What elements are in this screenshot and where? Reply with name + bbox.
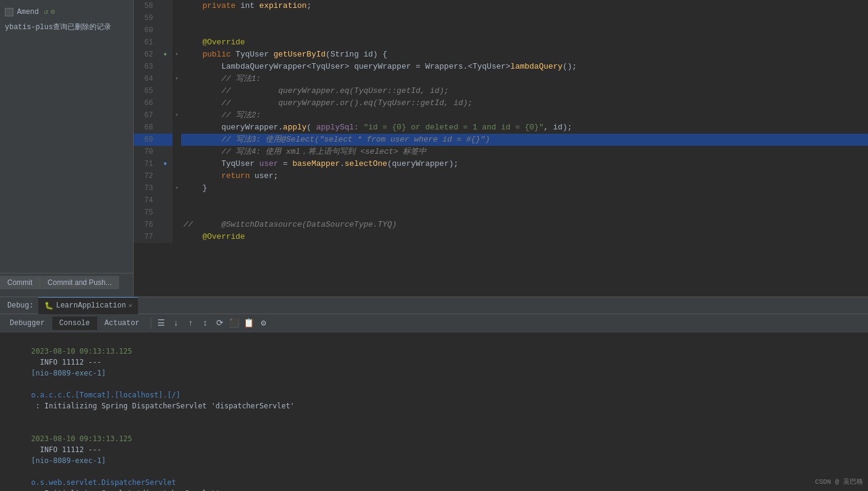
line-number-75: 75 <box>134 207 158 219</box>
left-sidebar: Amend ↺ ⚙ ybatis-plus查询已删除的记录 Commit Com… <box>0 0 134 297</box>
line-fold-72 <box>173 170 181 182</box>
line-gutter-61 <box>158 36 173 49</box>
line-fold-74 <box>173 194 181 207</box>
line-number-64: 64 <box>134 73 158 85</box>
code-line-60: 60 <box>134 24 868 36</box>
line-number-58: 58 <box>134 0 158 12</box>
line-content-71: TyqUser user = baseMapper.selectOne(quer… <box>181 158 868 170</box>
line-gutter-63 <box>158 61 173 73</box>
commit-buttons: Commit Commit and Push... <box>0 273 133 292</box>
toolbar-btn-up[interactable]: ↑ <box>184 317 197 330</box>
history-icon[interactable]: ↺ <box>44 7 48 16</box>
console-tab[interactable]: Console <box>52 317 97 330</box>
line-fold-77 <box>173 231 181 243</box>
code-line-67: 67 ▾ // 写法2: <box>134 109 868 122</box>
line-content-75 <box>181 207 868 219</box>
line-number-73: 73 <box>134 182 158 194</box>
commit-button[interactable]: Commit <box>0 276 40 289</box>
debug-tabbar: Debug: 🐛 LearnApplication ✕ <box>0 297 868 314</box>
line-content-66: // queryWrapper.or().eq(TyqUser::getId, … <box>181 97 868 109</box>
actuator-tab[interactable]: Actuator <box>97 317 147 330</box>
line-gutter-66 <box>158 97 173 109</box>
line-gutter-58 <box>158 0 173 12</box>
toolbar-btn-7[interactable]: ⚙ <box>257 317 270 330</box>
line-gutter-62: ● <box>158 49 173 61</box>
code-line-68: 68 queryWrapper.apply( applySql: "id = {… <box>134 122 868 134</box>
line-fold-71 <box>173 158 181 170</box>
line-fold-64: ▾ <box>173 73 181 85</box>
line-content-70: // 写法4: 使用 xml，将上语句写到 <select> 标签中 <box>181 146 868 158</box>
code-line-64: 64 ▾ // 写法1: <box>134 73 868 85</box>
line-gutter-72 <box>158 170 173 182</box>
line-content-64: // 写法1: <box>181 73 868 85</box>
code-line-58: 58 private int expiration; <box>134 0 868 12</box>
bottom-panel: Debug: 🐛 LearnApplication ✕ Debugger Con… <box>0 297 868 491</box>
console-output[interactable]: 2023-08-10 09:13:13.125 INFO 11112 --- [… <box>0 332 868 491</box>
line-number-77: 77 <box>134 231 158 243</box>
debug-toolbar: Debugger Console Actuator ☰ ↓ ↑ ↕ ⟳ ⬛ 📋 … <box>0 314 868 332</box>
line-number-68: 68 <box>134 122 158 134</box>
line-fold-69 <box>173 134 181 146</box>
breakpoint-icon[interactable]: ● <box>163 158 167 170</box>
debug-tab-learn[interactable]: 🐛 LearnApplication ✕ <box>38 297 138 314</box>
code-line-59: 59 <box>134 12 868 24</box>
line-content-72: return user; <box>181 170 868 182</box>
line-gutter-59 <box>158 12 173 24</box>
line-fold-76 <box>173 219 181 231</box>
toolbar-btn-3[interactable]: ↕ <box>199 317 212 330</box>
line-number-70: 70 <box>134 146 158 158</box>
line-gutter-65 <box>158 85 173 97</box>
code-line-75: 75 <box>134 207 868 219</box>
line-number-61: 61 <box>134 36 158 49</box>
line-gutter-75 <box>158 207 173 219</box>
line-content-68: queryWrapper.apply( applySql: "id = {0} … <box>181 122 868 134</box>
amend-checkbox[interactable] <box>5 8 13 16</box>
toolbar-btn-5[interactable]: ⬛ <box>228 317 241 330</box>
code-line-77: 77 @Override <box>134 231 868 243</box>
editor-area: Amend ↺ ⚙ ybatis-plus查询已删除的记录 Commit Com… <box>0 0 868 297</box>
tab-close-button[interactable]: ✕ <box>128 302 132 309</box>
line-number-65: 65 <box>134 85 158 97</box>
debugger-tab[interactable]: Debugger <box>2 317 52 330</box>
settings-icon[interactable]: ⚙ <box>50 7 55 16</box>
toolbar-btn-6[interactable]: 📋 <box>242 317 256 330</box>
code-lines: 58 private int expiration; 59 60 <box>134 0 868 297</box>
commit-push-button[interactable]: Commit and Push... <box>40 276 118 289</box>
line-gutter-64 <box>158 73 173 85</box>
code-line-71: 71 ● TyqUser user = baseMapper.selectOne… <box>134 158 868 170</box>
line-number-62: 62 <box>134 49 158 61</box>
toolbar-btn-down[interactable]: ↓ <box>169 317 183 330</box>
green-dot-icon: ● <box>163 49 167 61</box>
line-fold-58 <box>173 0 181 12</box>
debug-panel-tabs: Debugger Console Actuator <box>2 317 147 330</box>
line-content-69: // 写法3: 使用@Select("select * from user wh… <box>181 134 868 146</box>
log-line-1: 2023-08-10 09:13:13.125 INFO 11112 --- [… <box>5 335 863 422</box>
line-gutter-67 <box>158 109 173 122</box>
line-gutter-60 <box>158 24 173 36</box>
line-fold-66 <box>173 97 181 109</box>
line-gutter-77 <box>158 231 173 243</box>
toolbar-btn-1[interactable]: ☰ <box>155 317 168 330</box>
line-fold-62: ▾ <box>173 49 181 61</box>
commit-message-area: ybatis-plus查询已删除的记录 <box>0 19 133 273</box>
line-number-63: 63 <box>134 61 158 73</box>
line-gutter-73 <box>158 182 173 194</box>
line-content-61: @Override <box>181 36 868 49</box>
code-line-62: 62 ● ▾ public TyqUser getUserById(String… <box>134 49 868 61</box>
line-number-74: 74 <box>134 194 158 207</box>
code-line-72: 72 return user; <box>134 170 868 182</box>
commit-message-text: ybatis-plus查询已删除的记录 <box>5 22 128 33</box>
line-content-76: // @SwitchDatasource(DataSourceType.TYQ) <box>181 219 868 231</box>
code-editor: 58 private int expiration; 59 60 <box>134 0 868 297</box>
watermark: CSDN @ 吴巴格 <box>815 477 863 486</box>
code-line-76: 76 // @SwitchDatasource(DataSourceType.T… <box>134 219 868 231</box>
amend-label: Amend <box>17 8 39 16</box>
code-line-63: 63 LambdaQueryWrapper<TyqUser> queryWrap… <box>134 61 868 73</box>
line-fold-60 <box>173 24 181 36</box>
toolbar-btn-4[interactable]: ⟳ <box>213 317 227 330</box>
line-fold-68 <box>173 122 181 134</box>
line-content-67: // 写法2: <box>181 109 868 122</box>
log-line-2: 2023-08-10 09:13:13.125 INFO 11112 --- [… <box>5 422 863 491</box>
line-fold-65 <box>173 85 181 97</box>
toolbar-separator-1 <box>151 318 151 329</box>
